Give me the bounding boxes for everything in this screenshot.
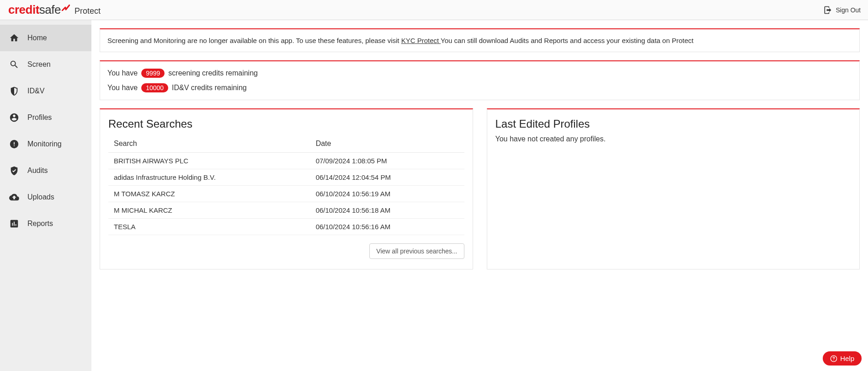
sidebar-item-label: Audits <box>27 167 48 175</box>
home-icon <box>9 33 19 43</box>
banner-link[interactable]: KYC Protect <box>401 37 441 44</box>
search-icon <box>9 59 19 70</box>
sidebar-item-label: Monitoring <box>27 140 62 148</box>
last-edited-title: Last Edited Profiles <box>495 118 852 130</box>
credits-screening-row: You have 9999 screening credits remainin… <box>107 69 852 78</box>
cell-search: BRITISH AIRWAYS PLC <box>108 153 310 169</box>
help-button[interactable]: Help <box>823 351 862 366</box>
column-search: Search <box>108 135 310 153</box>
sidebar-item-profiles[interactable]: Profiles <box>0 104 91 131</box>
monitoring-icon <box>9 139 19 149</box>
banner-post-text: You can still download Audits and Report… <box>441 37 693 44</box>
banner-text: Screening and Monitoring are no longer a… <box>107 37 693 44</box>
sidebar-item-label: Reports <box>27 220 53 228</box>
banner-pre-text: Screening and Monitoring are no longer a… <box>107 37 401 44</box>
cell-search: TESLA <box>108 219 310 235</box>
shield-icon <box>9 86 19 96</box>
header-brand: creditsafe Protect <box>8 4 101 16</box>
app-name: Protect <box>75 6 101 16</box>
sidebar-item-label: ID&V <box>27 87 44 95</box>
sidebar-item-reports[interactable]: Reports <box>0 210 91 237</box>
table-row[interactable]: BRITISH AIRWAYS PLC07/09/2024 1:08:05 PM <box>108 153 464 169</box>
sidebar-item-label: Profiles <box>27 113 52 122</box>
cell-date: 07/09/2024 1:08:05 PM <box>310 153 464 169</box>
sidebar-item-idv[interactable]: ID&V <box>0 78 91 104</box>
sidebar-item-uploads[interactable]: Uploads <box>0 184 91 210</box>
credits-idv-value: 10000 <box>141 83 168 92</box>
help-label: Help <box>840 355 854 362</box>
sidebar-item-label: Home <box>27 34 47 42</box>
column-date: Date <box>310 135 464 153</box>
table-row[interactable]: TESLA06/10/2024 10:56:16 AM <box>108 219 464 235</box>
cell-date: 06/10/2024 10:56:18 AM <box>310 202 464 219</box>
two-column-layout: Recent Searches Search Date BRITISH AIRW… <box>100 108 860 269</box>
credits-suffix: ID&V credits remaining <box>172 84 247 92</box>
sign-out-icon <box>823 5 832 15</box>
credits-suffix: screening credits remaining <box>168 69 258 77</box>
credits-prefix: You have <box>107 69 138 77</box>
upload-icon <box>9 192 19 202</box>
table-row[interactable]: adidas Infrastructure Holding B.V.06/14/… <box>108 169 464 186</box>
main-content: Screening and Monitoring are no longer a… <box>91 20 868 371</box>
view-all-searches-button[interactable]: View all previous searches... <box>369 243 464 259</box>
cell-date: 06/10/2024 10:56:19 AM <box>310 186 464 202</box>
cell-date: 06/14/2024 12:04:54 PM <box>310 169 464 186</box>
credits-idv-row: You have 10000 ID&V credits remaining <box>107 83 852 92</box>
logo-arrow-icon <box>62 1 70 13</box>
creditsafe-logo: creditsafe <box>8 4 70 16</box>
app-header: creditsafe Protect Sign Out <box>0 0 868 20</box>
notice-banner: Screening and Monitoring are no longer a… <box>100 28 860 52</box>
audit-shield-icon <box>9 166 19 176</box>
cell-search: M TOMASZ KARCZ <box>108 186 310 202</box>
cell-search: M MICHAL KARCZ <box>108 202 310 219</box>
cell-search: adidas Infrastructure Holding B.V. <box>108 169 310 186</box>
sidebar-item-monitoring[interactable]: Monitoring <box>0 131 91 157</box>
recent-searches-table: Search Date BRITISH AIRWAYS PLC07/09/202… <box>108 135 464 235</box>
last-edited-panel: Last Edited Profiles You have not create… <box>487 108 860 269</box>
credits-card: You have 9999 screening credits remainin… <box>100 60 860 100</box>
sidebar-item-screen[interactable]: Screen <box>0 51 91 78</box>
table-row[interactable]: M TOMASZ KARCZ06/10/2024 10:56:19 AM <box>108 186 464 202</box>
table-row[interactable]: M MICHAL KARCZ06/10/2024 10:56:18 AM <box>108 202 464 219</box>
sidebar-item-label: Uploads <box>27 193 54 201</box>
sidebar: Home Screen ID&V Profiles Monitoring Aud… <box>0 20 91 371</box>
help-icon <box>830 355 837 362</box>
cell-date: 06/10/2024 10:56:16 AM <box>310 219 464 235</box>
recent-searches-title: Recent Searches <box>108 118 464 130</box>
sign-out-label: Sign Out <box>836 6 861 14</box>
sidebar-item-label: Screen <box>27 60 51 69</box>
sidebar-item-audits[interactable]: Audits <box>0 157 91 184</box>
credits-screening-value: 9999 <box>141 69 165 78</box>
last-edited-message: You have not created any profiles. <box>495 135 852 143</box>
sign-out-button[interactable]: Sign Out <box>823 5 861 15</box>
sidebar-item-home[interactable]: Home <box>0 25 91 51</box>
report-icon <box>9 219 19 229</box>
credits-prefix: You have <box>107 84 138 92</box>
account-icon <box>9 113 19 123</box>
recent-searches-panel: Recent Searches Search Date BRITISH AIRW… <box>100 108 473 269</box>
